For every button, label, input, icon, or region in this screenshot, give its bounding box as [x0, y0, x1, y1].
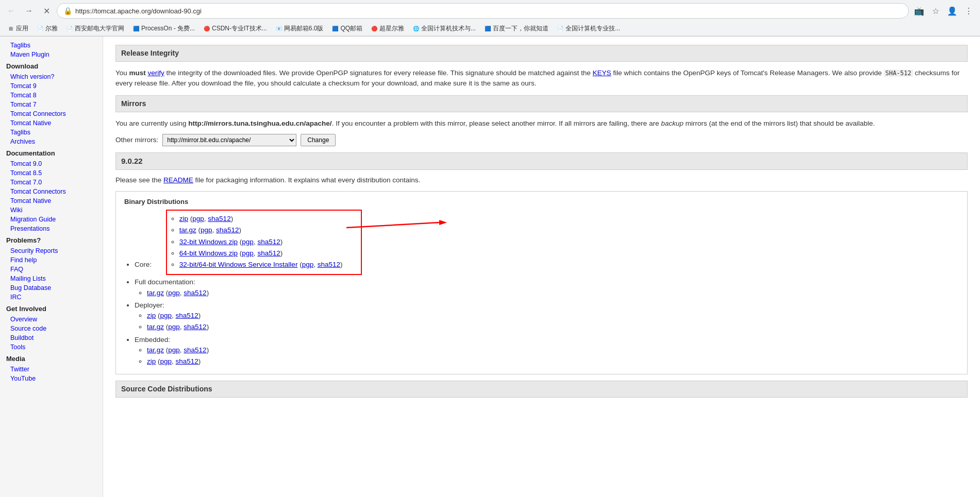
sidebar-item-twitter[interactable]: Twitter	[0, 365, 103, 374]
verify-link[interactable]: verify	[148, 69, 164, 77]
bookmark-ncre[interactable]: 🌐 全国计算机技术与...	[409, 23, 479, 35]
sidebar-item-tomcat8[interactable]: Tomcat 8	[0, 91, 103, 100]
sidebar-item-doc-tomcat70[interactable]: Tomcat 7.0	[0, 178, 103, 187]
sidebar-item-faq[interactable]: FAQ	[0, 265, 103, 274]
embedded-zip-link[interactable]: zip	[147, 357, 156, 365]
bookmark-chaoxing[interactable]: 🔴 超星尔雅	[368, 23, 407, 35]
core-32bit-link[interactable]: 32-bit Windows zip	[179, 238, 238, 246]
mirrors-row: Other mirrors: http://mirror.bit.edu.cn/…	[115, 134, 968, 146]
xiyou-favicon: 📄	[66, 25, 73, 32]
bookmark-163mail[interactable]: 📧 网易邮箱6.0版	[272, 23, 327, 35]
fulldoc-targz-sha512[interactable]: sha512	[184, 289, 206, 297]
core-targz: tar.gz (pgp, sha512)	[179, 225, 348, 235]
sidebar-item-bug-database[interactable]: Bug Database	[0, 283, 103, 293]
sidebar-item-doc-connectors[interactable]: Tomcat Connectors	[0, 187, 103, 196]
bookmark-xiyou[interactable]: 📄 西安邮电大学官网	[63, 23, 127, 35]
core-targz-link[interactable]: tar.gz	[179, 226, 196, 234]
sidebar-item-taglibs[interactable]: Taglibs	[0, 41, 103, 50]
deployer-zip-pgp[interactable]: pgp	[160, 312, 172, 319]
embedded-zip-sha512[interactable]: sha512	[176, 357, 198, 365]
keys-link[interactable]: KEYS	[593, 69, 611, 77]
sidebar-item-find-help[interactable]: Find help	[0, 255, 103, 265]
embedded-targz-pgp[interactable]: pgp	[168, 346, 180, 354]
change-button[interactable]: Change	[301, 134, 336, 146]
core-targz-pgp[interactable]: pgp	[201, 226, 212, 234]
sidebar-section-download: Download	[0, 59, 103, 72]
bookmarks-bar: ⊞ 应用 📄 尔雅 📄 西安邮电大学官网 🟦 ProcessOn - 免费...…	[0, 22, 980, 36]
bookmark-csdn[interactable]: 🔴 CSDN-专业IT技术...	[200, 23, 270, 35]
bookmark-processon[interactable]: 🟦 ProcessOn - 免费...	[129, 23, 198, 35]
forward-button[interactable]: →	[22, 4, 36, 18]
embedded-inner-list: tar.gz (pgp, sha512) zip (pgp, sha512)	[147, 345, 959, 367]
core-installer-pgp[interactable]: pgp	[302, 261, 314, 268]
sidebar-item-tomcat9[interactable]: Tomcat 9	[0, 81, 103, 91]
core-64bit-pgp[interactable]: pgp	[242, 249, 254, 257]
sidebar-item-tomcat-native-dl[interactable]: Tomcat Native	[0, 118, 103, 128]
back-button[interactable]: ←	[4, 4, 19, 18]
sidebar-item-doc-native[interactable]: Tomcat Native	[0, 196, 103, 205]
reload-button[interactable]: ✕	[39, 4, 54, 18]
core-32bit-sha512[interactable]: sha512	[257, 238, 280, 246]
core-32bit-pgp[interactable]: pgp	[242, 238, 254, 246]
sidebar-item-maven-plugin[interactable]: Maven Plugin	[0, 50, 103, 59]
sidebar-item-mailing-lists[interactable]: Mailing Lists	[0, 274, 103, 283]
cast-button[interactable]: 📺	[912, 4, 926, 18]
sidebar-section-documentation: Documentation	[0, 146, 103, 159]
embedded-targz-sha512[interactable]: sha512	[184, 346, 206, 354]
sidebar-item-irc[interactable]: IRC	[0, 293, 103, 302]
core-inner-list-boxed: zip (pgp, sha512) tar.gz (pgp, sha512) 3…	[166, 210, 362, 275]
apps-favicon: ⊞	[7, 25, 14, 32]
deployer-targz-link[interactable]: tar.gz	[147, 323, 164, 331]
bookmark-qqmail[interactable]: 🟦 QQ邮箱	[328, 23, 366, 35]
sidebar-item-doc-tomcat85[interactable]: Tomcat 8.5	[0, 168, 103, 178]
sidebar-item-tools[interactable]: Tools	[0, 342, 103, 352]
deployer-zip-sha512[interactable]: sha512	[176, 312, 198, 319]
deployer-targz-sha512[interactable]: sha512	[184, 323, 206, 331]
bookmark-baidu[interactable]: 🟦 百度一下，你就知道	[481, 23, 552, 35]
sidebar-item-wiki[interactable]: Wiki	[0, 205, 103, 215]
current-mirror-bold: http://mirrors.tuna.tsinghua.edu.cn/apac…	[188, 119, 331, 127]
core-64bit-link[interactable]: 64-bit Windows zip	[179, 249, 238, 257]
sidebar-item-tomcat7[interactable]: Tomcat 7	[0, 100, 103, 109]
profile-button[interactable]: 👤	[945, 4, 959, 18]
embedded-targz-link[interactable]: tar.gz	[147, 346, 164, 354]
sidebar-item-migration[interactable]: Migration Guide	[0, 215, 103, 224]
sidebar-item-presentations[interactable]: Presentations	[0, 224, 103, 233]
bookmark-ncre2[interactable]: 📄 全国计算机专业技...	[554, 23, 623, 35]
deployer-label: Deployer:	[135, 301, 164, 309]
bookmark-apps[interactable]: ⊞ 应用	[4, 23, 31, 35]
core-zip-pgp[interactable]: pgp	[192, 215, 204, 222]
sidebar-item-which-version[interactable]: Which version?	[0, 72, 103, 81]
sidebar-item-doc-tomcat90[interactable]: Tomcat 9.0	[0, 159, 103, 168]
deployer-targz-pgp[interactable]: pgp	[168, 323, 180, 331]
core-installer-link[interactable]: 32-bit/64-bit Windows Service Installer	[179, 261, 298, 268]
mirrors-select[interactable]: http://mirror.bit.edu.cn/apache/	[162, 134, 296, 146]
sidebar-item-archives[interactable]: Archives	[0, 137, 103, 146]
fulldoc-targz-link[interactable]: tar.gz	[147, 289, 164, 297]
core-zip-sha512[interactable]: sha512	[208, 215, 230, 222]
core-installer-sha512[interactable]: sha512	[318, 261, 340, 268]
fulldoc-targz-pgp[interactable]: pgp	[168, 289, 180, 297]
sidebar-item-buildbot[interactable]: Buildbot	[0, 333, 103, 342]
sidebar-item-taglibs-dl[interactable]: Taglibs	[0, 128, 103, 137]
readme-link[interactable]: README	[163, 176, 193, 184]
embedded-zip-pgp[interactable]: pgp	[160, 357, 172, 365]
other-mirrors-label: Other mirrors:	[115, 135, 158, 145]
sha-text: SHA-512	[884, 70, 913, 77]
core-targz-sha512[interactable]: sha512	[216, 226, 239, 234]
address-bar[interactable]: 🔒 https://tomcat.apache.org/download-90.…	[57, 3, 909, 19]
bookmark-button[interactable]: ☆	[928, 4, 943, 18]
sidebar-item-youtube[interactable]: YouTube	[0, 374, 103, 383]
core-64bit-sha512[interactable]: sha512	[257, 249, 280, 257]
binary-outer-list: Core: zip (pgp, sha512) tar.gz (pgp, sha…	[135, 210, 959, 367]
sidebar-item-tomcat-connectors-dl[interactable]: Tomcat Connectors	[0, 109, 103, 118]
release-integrity-header: Release Integrity	[115, 45, 968, 62]
sidebar-item-overview[interactable]: Overview	[0, 315, 103, 324]
menu-button[interactable]: ⋮	[961, 4, 976, 18]
bookmark-erya[interactable]: 📄 尔雅	[34, 23, 61, 35]
sidebar-item-source-code[interactable]: Source code	[0, 324, 103, 333]
deployer-zip-link[interactable]: zip	[147, 312, 156, 319]
toolbar-right: 📺 ☆ 👤 ⋮	[912, 4, 976, 18]
sidebar-item-security-reports[interactable]: Security Reports	[0, 246, 103, 255]
core-zip-link[interactable]: zip	[179, 215, 188, 222]
